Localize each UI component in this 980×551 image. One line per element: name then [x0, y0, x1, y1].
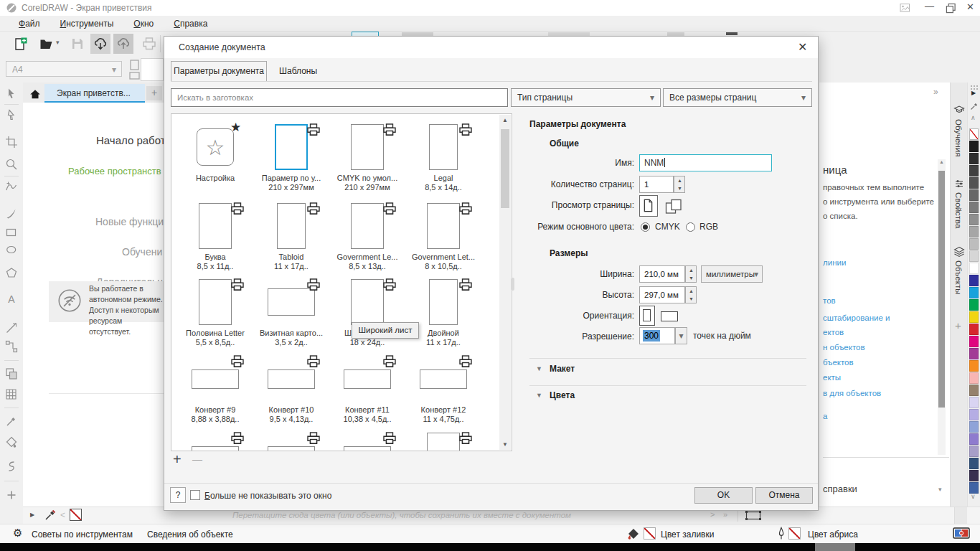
docker-tab-learning[interactable]: Обучения — [954, 119, 963, 156]
preset-item[interactable]: Legal8,5 x 14д.. — [405, 121, 481, 195]
tab-templates[interactable]: Шаблоны — [279, 66, 317, 76]
dont-show-label[interactable]: Больше не показывать это окно — [204, 491, 331, 501]
page-frame-icon[interactable] — [745, 510, 762, 521]
dont-show-checkbox[interactable] — [190, 490, 200, 500]
palette-swatch[interactable] — [969, 360, 979, 372]
preset-item[interactable]: CMYK по умол...210 x 297мм — [329, 121, 405, 195]
height-stepper[interactable]: ▲▼ — [685, 286, 697, 303]
open-dropdown-caret[interactable]: ▾ — [56, 39, 60, 46]
menu-item[interactable]: Окно — [123, 19, 164, 29]
page-count-stepper[interactable]: ▲▼ — [674, 176, 685, 193]
minimize-button[interactable]: — — [925, 1, 934, 11]
palette-eyedropper-icon[interactable] — [970, 102, 979, 110]
preset-item[interactable]: Government Let...8 x 10,5д.. — [405, 199, 481, 274]
colors-section-header[interactable]: Цвета — [550, 390, 575, 400]
object-info-label[interactable]: Сведения об объекте — [147, 529, 233, 540]
name-field[interactable]: NNM — [639, 154, 772, 171]
polygon-tool[interactable] — [5, 267, 18, 280]
curve-tool[interactable] — [5, 181, 18, 194]
close-window-button[interactable]: ✕ — [966, 1, 974, 12]
palette-swatch[interactable] — [969, 153, 979, 164]
scroll-up-icon[interactable]: ▲ — [502, 117, 508, 123]
width-stepper[interactable]: ▲▼ — [685, 265, 697, 283]
palette-swatch[interactable] — [969, 433, 979, 445]
help-link[interactable]: бъектов — [823, 358, 854, 367]
shape-tool[interactable] — [5, 109, 18, 122]
page-type-filter-combo[interactable]: Тип страницы ▾ — [511, 88, 661, 107]
docpal-last-icon[interactable]: » — [723, 510, 727, 519]
facing-pages-icon[interactable] — [665, 199, 682, 215]
preset-item[interactable]: Конверт #1211 x 4,75д.. — [405, 352, 481, 427]
help-link[interactable]: в для объектов — [823, 389, 881, 397]
no-color-swatch[interactable] — [70, 509, 82, 521]
palette-swatch[interactable] — [969, 165, 979, 176]
palette-swatch[interactable] — [969, 263, 979, 274]
resolution-combo[interactable]: 300 — [639, 327, 675, 344]
help-link[interactable]: екты — [823, 373, 841, 382]
scrollbar-thumb[interactable] — [938, 171, 945, 408]
properties-icon[interactable] — [953, 178, 965, 189]
add-docker-icon[interactable]: + — [955, 319, 961, 331]
palette-swatch[interactable] — [969, 250, 979, 262]
help-home-combo[interactable]: справки — [823, 484, 857, 494]
docpal-eyedropper-icon[interactable] — [44, 509, 56, 521]
fill-color-swatch[interactable] — [644, 527, 656, 540]
palette-swatch[interactable] — [969, 311, 979, 323]
palette-swatch[interactable] — [969, 372, 979, 384]
window-extra-icon[interactable] — [900, 3, 910, 13]
preset-item[interactable]: Конверт #98,88 x 3,88д.. — [177, 352, 253, 427]
crop-tool[interactable] — [5, 136, 18, 149]
palette-scroll-down-icon[interactable]: ∨ — [971, 493, 976, 500]
ok-button[interactable]: OK — [694, 487, 753, 504]
scroll-down-icon[interactable]: ▼ — [502, 441, 508, 448]
palette-flyout-icon[interactable]: ▶ — [971, 90, 976, 96]
rectangle-tool[interactable] — [5, 226, 18, 239]
restore-button[interactable] — [946, 3, 956, 14]
cloud-download-button[interactable] — [90, 34, 110, 54]
preset-item[interactable]: Конверт #109,5 x 4,13д.. — [253, 352, 329, 427]
layout-section-header[interactable]: Макет — [550, 364, 575, 374]
connector-tool[interactable] — [5, 340, 18, 353]
text-tool[interactable]: A — [5, 293, 18, 306]
preset-item[interactable]: Параметр по у...210 x 297мм — [253, 121, 329, 195]
preset-item[interactable]: Буква8,5 x 11д.. — [177, 199, 253, 274]
section-caret-icon[interactable]: ▼ — [536, 392, 542, 399]
gear-icon[interactable]: ⚙ — [13, 527, 22, 540]
portrait-orientation-button[interactable] — [639, 306, 655, 326]
docpal-prev-icon[interactable]: < — [60, 510, 65, 520]
workspace-link[interactable]: Рабочее пространств — [68, 166, 161, 176]
docker-scrollbar[interactable]: ▲ — [938, 159, 946, 455]
help-link[interactable]: линии — [823, 258, 846, 267]
palette-swatch[interactable] — [969, 470, 979, 481]
home-tab-button[interactable] — [26, 85, 44, 103]
palette-swatch[interactable] — [969, 299, 979, 311]
page-size-filter-combo[interactable]: Все размеры страниц ▾ — [663, 88, 812, 107]
dialog-close-icon[interactable]: ✕ — [798, 40, 807, 54]
single-page-view-button[interactable] — [639, 195, 658, 217]
page-count-field[interactable]: 1 — [639, 176, 674, 193]
section-caret-icon[interactable]: ▼ — [536, 365, 542, 372]
tab-document-settings[interactable]: Параметры документа — [171, 61, 267, 81]
palette-swatch[interactable] — [969, 141, 979, 152]
palette-swatch[interactable] — [969, 275, 979, 286]
preset-item[interactable]: ☆★Настройка — [177, 121, 253, 195]
help-link[interactable]: н объектов — [823, 343, 865, 352]
help-link[interactable]: а — [823, 412, 827, 420]
palette-swatch[interactable] — [969, 189, 979, 201]
rgb-radio[interactable] — [686, 222, 695, 232]
search-input[interactable] — [171, 88, 508, 107]
scroll-up-icon[interactable]: ▲ — [939, 159, 944, 164]
units-combo[interactable]: миллиметры ▾ — [701, 265, 763, 283]
remove-preset-icon[interactable]: — — [192, 453, 202, 465]
palette-swatch[interactable] — [969, 385, 979, 396]
line-tool[interactable] — [5, 321, 18, 334]
objects-icon[interactable] — [953, 246, 965, 258]
docker-tab-properties[interactable]: Свойства — [954, 192, 963, 229]
cancel-button[interactable]: Отмена — [755, 487, 813, 504]
docker-tab-objects[interactable]: Объекты — [954, 260, 963, 294]
palette-swatch[interactable] — [969, 397, 979, 408]
preset-item[interactable]: Половина Letter5,5 x 8,5д.. — [177, 276, 253, 350]
resolution-caret-button[interactable]: ▾ — [675, 327, 687, 344]
docpal-next-icon[interactable]: > — [710, 510, 715, 519]
docker-collapse-icon[interactable]: » — [933, 87, 938, 97]
